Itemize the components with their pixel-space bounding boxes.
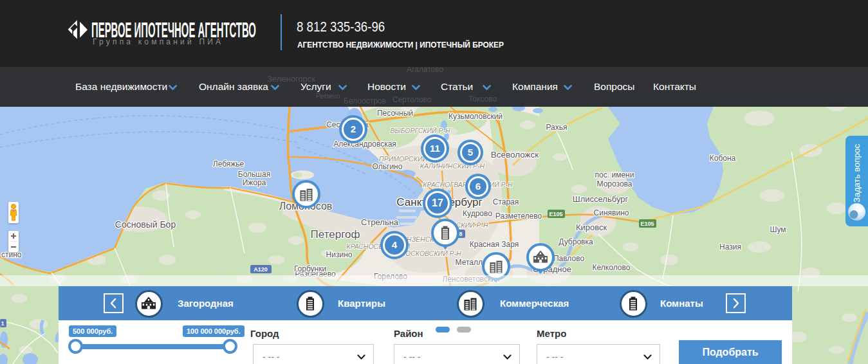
- svg-text:Павлово: Павлово: [553, 254, 584, 263]
- svg-text:Петергоф: Петергоф: [311, 228, 360, 241]
- svg-text:8: 8: [459, 231, 462, 237]
- svg-text:1: 1: [1, 320, 4, 327]
- svg-text:Ижора: Ижора: [243, 178, 266, 187]
- svg-text:Дубровка: Дубровка: [559, 237, 593, 246]
- svg-text:Кобона: Кобона: [710, 154, 736, 163]
- svg-text:Всеволожск: Всеволожск: [491, 150, 539, 159]
- svg-text:Е105: Е105: [640, 221, 654, 227]
- svg-text:Песочный: Песочный: [377, 109, 413, 118]
- svg-text:Кудрово: Кудрово: [463, 209, 492, 218]
- svg-text:пос. имени: пос. имени: [595, 170, 634, 179]
- svg-text:Ольгино: Ольгино: [373, 162, 403, 171]
- svg-text:Александровская: Александровская: [333, 140, 396, 149]
- svg-text:Горбунки: Горбунки: [294, 264, 326, 273]
- svg-text:Лебяжье: Лебяжье: [213, 159, 245, 168]
- svg-text:Рахья: Рахья: [546, 123, 567, 132]
- svg-text:Назия: Назия: [719, 242, 741, 251]
- svg-text:Кировск: Кировск: [576, 223, 607, 232]
- svg-text:Большая: Большая: [238, 170, 270, 179]
- svg-text:Сосновый Бор: Сосновый Бор: [115, 219, 176, 230]
- svg-text:Разметелево: Разметелево: [495, 212, 542, 221]
- svg-text:Шум: Шум: [770, 225, 786, 234]
- svg-text:КАЛИНИНСКИЙ Р-Н: КАЛИНИНСКИЙ Р-Н: [420, 162, 485, 170]
- svg-text:А120: А120: [254, 266, 268, 273]
- svg-text:ВЫБОРГСКИЙ Р-Н: ВЫБОРГСКИЙ Р-Н: [390, 127, 450, 134]
- svg-text:Синявино: Синявино: [594, 208, 629, 217]
- svg-text:Келколово: Келколово: [593, 263, 631, 272]
- svg-text:Е105: Е105: [549, 211, 562, 217]
- svg-text:Стрельна: Стрельна: [361, 217, 399, 227]
- svg-text:МОСКОВСКИЙ Р-Н: МОСКОВСКИЙ Р-Н: [400, 250, 461, 257]
- svg-text:Старая: Старая: [493, 197, 519, 206]
- svg-text:Морозова: Морозова: [597, 179, 633, 188]
- svg-text:Шлиссельбург: Шлиссельбург: [573, 194, 629, 204]
- svg-text:Низино: Низино: [326, 250, 353, 259]
- svg-text:Красная Заря: Красная Заря: [470, 240, 519, 249]
- svg-text:Кузьмоловский: Кузьмоловский: [448, 112, 503, 121]
